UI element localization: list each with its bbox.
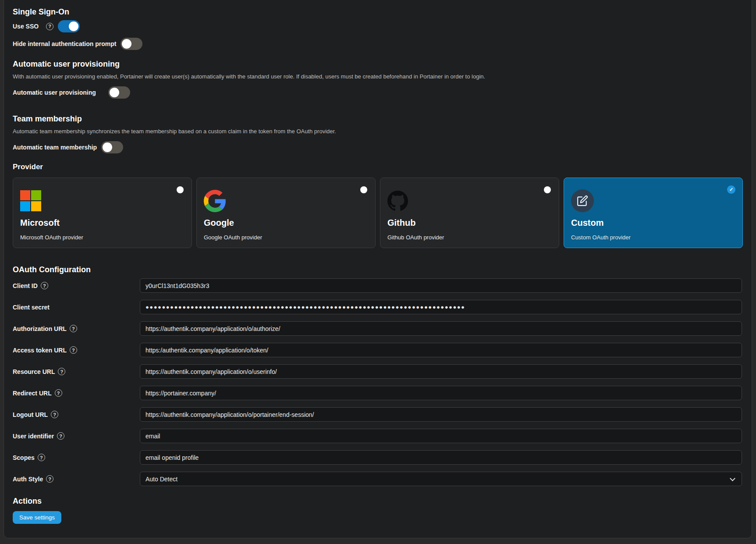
provider-card-github[interactable]: Github Github OAuth provider — [380, 178, 559, 248]
label-text: Logout URL — [13, 411, 48, 418]
provider-card-microsoft[interactable]: Microsoft Microsoft OAuth provider — [13, 178, 192, 248]
auto-user-provisioning-toggle[interactable] — [108, 86, 130, 99]
help-icon[interactable]: ? — [41, 282, 48, 289]
resource-url-label: Resource URL ? — [13, 368, 140, 375]
auth-style-select[interactable]: Auto Detect — [140, 472, 742, 486]
auto-user-provisioning-label: Automatic user provisioning — [13, 89, 96, 96]
help-icon[interactable]: ? — [46, 475, 53, 483]
label-text: User identifier — [13, 433, 54, 440]
auth-style-label: Auth Style ? — [13, 475, 140, 483]
help-icon[interactable]: ? — [57, 432, 64, 440]
actions-heading: Actions — [13, 496, 745, 506]
check-icon: ✓ — [727, 185, 735, 194]
hide-internal-auth-toggle[interactable] — [121, 38, 142, 50]
client-id-input[interactable] — [140, 278, 742, 293]
field-row-redirect-url: Redirect URL ? — [13, 386, 745, 400]
team-membership-label: Automatic team membership — [13, 144, 97, 151]
redirect-url-input[interactable] — [140, 386, 742, 400]
provider-card-title: Github — [387, 218, 552, 228]
help-icon[interactable]: ? — [70, 346, 77, 354]
provider-card-subtitle: Microsoft OAuth provider — [20, 234, 185, 241]
help-icon[interactable]: ? — [58, 368, 65, 375]
label-text: Authorization URL — [13, 325, 67, 332]
radio-unselected-icon[interactable] — [177, 186, 184, 193]
resource-url-input[interactable] — [140, 364, 742, 379]
radio-unselected-icon[interactable] — [544, 186, 551, 193]
toggle-knob — [110, 88, 119, 97]
use-sso-toggle[interactable] — [58, 20, 80, 32]
label-text: Redirect URL — [13, 390, 52, 397]
edit-pencil-square-icon — [571, 189, 735, 212]
provider-card-subtitle: Custom OAuth provider — [571, 234, 735, 241]
use-sso-row: Use SSO ? — [13, 20, 745, 33]
label-text: Access token URL — [13, 347, 67, 354]
oauth-configuration-heading: OAuth Configuration — [13, 265, 745, 274]
user-identifier-input[interactable] — [140, 429, 742, 443]
toggle-knob — [69, 21, 78, 31]
team-membership-heading: Team membership — [13, 114, 745, 124]
label-text: Client ID — [13, 282, 38, 289]
radio-unselected-icon[interactable] — [360, 186, 367, 193]
help-icon[interactable]: ? — [38, 454, 45, 461]
field-row-client-id: Client ID ? — [13, 278, 745, 293]
field-row-scopes: Scopes ? — [13, 450, 745, 465]
provider-heading: Provider — [13, 162, 745, 172]
provider-card-subtitle: Github OAuth provider — [387, 234, 552, 241]
field-row-logout-url: Logout URL ? — [13, 407, 745, 422]
team-membership-toggle[interactable] — [101, 141, 123, 153]
hide-internal-auth-label: Hide internal authentication prompt — [13, 40, 116, 47]
authorization-url-input[interactable] — [140, 321, 742, 336]
access-token-url-input[interactable] — [140, 343, 742, 357]
provider-card-title: Google — [204, 218, 368, 228]
help-icon[interactable]: ? — [55, 389, 62, 397]
microsoft-logo — [20, 189, 185, 212]
oauth-settings-panel: Single Sign-On Use SSO ? Hide internal a… — [4, 0, 752, 538]
google-logo — [204, 189, 368, 212]
auto-user-provisioning-heading: Automatic user provisioning — [13, 59, 745, 69]
scopes-input[interactable] — [140, 450, 742, 465]
field-row-authorization-url: Authorization URL ? — [13, 321, 745, 336]
label-text: Resource URL — [13, 368, 55, 375]
client-secret-label: Client secret — [13, 304, 140, 311]
help-icon[interactable]: ? — [70, 325, 77, 332]
client-id-label: Client ID ? — [13, 282, 140, 289]
access-token-url-label: Access token URL ? — [13, 346, 140, 354]
label-text: Auth Style — [13, 476, 43, 483]
field-row-resource-url: Resource URL ? — [13, 364, 745, 379]
logout-url-input[interactable] — [140, 407, 742, 422]
scopes-label: Scopes ? — [13, 454, 140, 461]
provider-card-title: Microsoft — [20, 218, 185, 228]
authorization-url-label: Authorization URL ? — [13, 325, 140, 332]
github-logo — [387, 189, 552, 212]
provider-card-google[interactable]: Google Google OAuth provider — [196, 178, 376, 248]
team-membership-row: Automatic team membership — [13, 141, 745, 154]
label-text: Scopes — [13, 454, 35, 461]
help-icon[interactable]: ? — [51, 411, 58, 418]
label-text: Client secret — [13, 304, 50, 311]
provider-card-subtitle: Google OAuth provider — [204, 234, 368, 241]
save-settings-button[interactable]: Save settings — [13, 511, 61, 524]
client-secret-input[interactable] — [140, 300, 742, 314]
hide-internal-auth-row: Hide internal authentication prompt — [13, 37, 745, 50]
provider-card-title: Custom — [571, 218, 735, 228]
toggle-knob — [103, 142, 112, 152]
provider-card-custom[interactable]: ✓ Custom Custom OAuth provider — [564, 178, 743, 248]
field-row-user-identifier: User identifier ? — [13, 429, 745, 443]
help-icon[interactable]: ? — [46, 23, 53, 30]
single-sign-on-heading: Single Sign-On — [13, 7, 745, 17]
field-row-access-token-url: Access token URL ? — [13, 343, 745, 357]
auto-user-provisioning-row: Automatic user provisioning — [13, 86, 745, 99]
team-membership-description: Automatic team membership synchronizes t… — [13, 128, 745, 135]
toggle-knob — [122, 39, 131, 49]
use-sso-label: Use SSO — [13, 23, 39, 30]
provider-cards: Microsoft Microsoft OAuth provider Googl… — [13, 178, 745, 248]
user-identifier-label: User identifier ? — [13, 432, 140, 440]
field-row-client-secret: Client secret — [13, 300, 745, 314]
auto-user-provisioning-description: With automatic user provisioning enabled… — [13, 73, 745, 80]
field-row-auth-style: Auth Style ? Auto Detect — [13, 472, 745, 486]
chevron-down-icon — [730, 476, 735, 481]
logout-url-label: Logout URL ? — [13, 411, 140, 418]
selected-option: Auto Detect — [146, 476, 177, 483]
redirect-url-label: Redirect URL ? — [13, 389, 140, 397]
